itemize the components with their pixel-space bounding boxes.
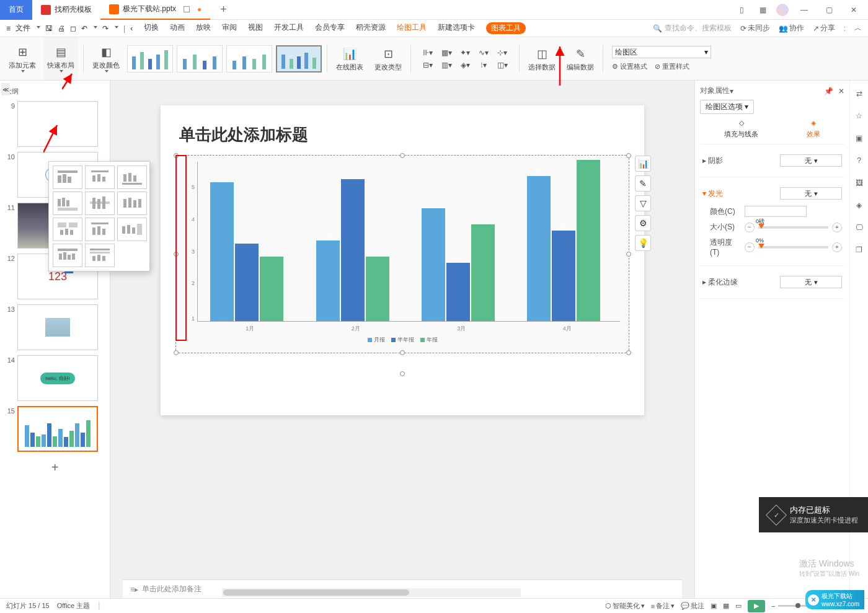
layout-opt-5[interactable] xyxy=(85,192,115,215)
layout-opt-9[interactable] xyxy=(117,218,147,241)
shadow-select[interactable]: 无 ▾ xyxy=(780,154,842,167)
change-type-button[interactable]: ⊡更改类型 xyxy=(374,45,402,72)
play-button[interactable]: ▶ xyxy=(748,600,765,612)
tab-home[interactable]: 首页 xyxy=(0,0,32,20)
menu-prev-icon[interactable]: ‹ xyxy=(130,24,133,33)
file-menu[interactable]: 文件 xyxy=(16,23,30,33)
menu-resources[interactable]: 稻壳资源 xyxy=(356,22,386,34)
side-layers-icon[interactable]: ▣ xyxy=(852,131,866,145)
prop-soft-row[interactable]: ▸ 柔化边缘 无 ▾ xyxy=(700,272,844,292)
sync-status[interactable]: ⟳未同步 xyxy=(740,23,770,33)
status-view-normal[interactable]: ▣ xyxy=(711,602,717,610)
share-button[interactable]: ↗分享 xyxy=(813,23,835,33)
notes-collapse-icon[interactable]: ≡▸ xyxy=(130,585,138,594)
status-beautify[interactable]: ⬡ 智能美化 ▾ xyxy=(605,601,645,611)
menu-review[interactable]: 审阅 xyxy=(222,22,237,34)
tab-template[interactable]: 找稻壳模板 xyxy=(32,0,100,20)
glow-select[interactable]: 无 ▾ xyxy=(780,187,842,200)
zoom-out[interactable]: − xyxy=(771,602,775,610)
title-placeholder[interactable]: 单击此处添加标题 xyxy=(179,124,308,146)
menu-draw-tools[interactable]: 绘图工具 xyxy=(397,22,427,34)
coop-button[interactable]: 👥协作 xyxy=(779,23,804,33)
menu-view[interactable]: 视图 xyxy=(248,22,263,34)
prop-area-dropdown[interactable]: 绘图区选项 ▾ xyxy=(700,100,754,114)
menu-animation[interactable]: 动画 xyxy=(170,22,185,34)
prop-close-icon[interactable]: ✕ xyxy=(838,87,844,95)
slide-thumb-9[interactable]: 9 xyxy=(0,99,110,149)
panel-collapse-button[interactable]: ≪ xyxy=(1,83,10,95)
side-help-icon[interactable]: ? xyxy=(852,154,866,167)
layout-opt-6[interactable] xyxy=(117,192,147,215)
prop-pin-icon[interactable]: 📌 xyxy=(824,87,833,95)
side-image-icon[interactable]: 🖼 xyxy=(852,176,866,190)
change-color-button[interactable]: ◧更改颜色 xyxy=(92,43,120,74)
menu-new-tab[interactable]: 新建选项卡 xyxy=(438,22,475,34)
prop-tab-effect[interactable]: ◈效果 xyxy=(807,119,820,139)
new-tab-button[interactable]: + xyxy=(210,3,237,16)
label-opt-icon[interactable]: ✦▾ xyxy=(457,47,473,58)
reset-style-button[interactable]: ⊘ 重置样式 xyxy=(655,62,689,71)
set-format-button[interactable]: ⚙ 设置格式 xyxy=(612,62,647,71)
layout-opt-7[interactable] xyxy=(53,218,82,241)
window-minimize[interactable]: — xyxy=(795,1,813,19)
chart-idea-icon[interactable]: 💡 xyxy=(635,235,651,251)
opacity-minus[interactable]: − xyxy=(745,242,755,252)
prop-shadow-row[interactable]: ▸ 阴影 无 ▾ xyxy=(700,151,844,170)
error-opt-icon[interactable]: ⊹▾ xyxy=(494,47,510,58)
title-opt-icon[interactable]: ◈▾ xyxy=(457,60,473,71)
layout-opt-1[interactable] xyxy=(53,165,82,189)
side-cube-icon[interactable]: ❐ xyxy=(852,243,866,257)
slide-thumb-13[interactable]: 13 xyxy=(0,302,110,353)
add-element-button[interactable]: ⊞添加元素 xyxy=(9,43,36,74)
status-comments[interactable]: 💬 批注 xyxy=(681,601,704,611)
memory-toast[interactable]: ✓ 内存已超标 深度加速关闭卡慢进程 xyxy=(759,497,868,532)
layout-opt-3[interactable] xyxy=(117,165,147,189)
tab-current-file[interactable]: 极光下载站.pptx ● xyxy=(100,0,210,20)
command-search[interactable]: 🔍 查找命令、搜索模板 xyxy=(653,23,732,33)
table-opt-icon[interactable]: ▥▾ xyxy=(438,60,454,71)
chart-object[interactable]: 1 2 3 4 5 4.32.422.54.423.51.834.52.85 1… xyxy=(175,155,629,353)
chart-style-1[interactable] xyxy=(127,45,173,73)
slide-canvas[interactable]: 单击此处添加标题 1 2 3 4 5 4.32.422.54. xyxy=(161,105,644,415)
legend-opt-icon[interactable]: ⁝▾ xyxy=(476,60,492,71)
outline-tab[interactable]: 大纲 xyxy=(0,84,110,99)
add-slide-button[interactable]: + xyxy=(0,454,110,481)
chart-settings-icon[interactable]: ⚙ xyxy=(635,215,651,231)
horizontal-scrollbar[interactable] xyxy=(222,588,521,597)
updown-opt-icon[interactable]: ◫▾ xyxy=(494,60,510,71)
menu-slideshow[interactable]: 放映 xyxy=(196,22,211,34)
redo-icon[interactable]: ↷ xyxy=(102,24,108,33)
opacity-slider[interactable]: 0% xyxy=(758,246,828,249)
chart-brush-icon[interactable]: ✎ xyxy=(635,175,651,192)
layout-1-icon[interactable]: ▯ xyxy=(734,2,749,17)
grid-opt-icon[interactable]: ▦▾ xyxy=(438,47,454,58)
layout-opt-11[interactable] xyxy=(85,244,115,267)
slide-thumb-14[interactable]: 14hello, 你好! xyxy=(0,353,110,404)
layout-opt-10[interactable] xyxy=(53,244,82,267)
chart-stats-icon[interactable]: 📊 xyxy=(635,156,651,172)
line-opt-icon[interactable]: ∿▾ xyxy=(476,47,492,58)
prop-glow-row[interactable]: ▾ 发光 无 ▾ xyxy=(700,183,844,203)
opacity-plus[interactable]: + xyxy=(832,242,842,252)
menu-devtools[interactable]: 开发工具 xyxy=(274,22,304,34)
window-maximize[interactable]: ▢ xyxy=(820,1,838,19)
slide-thumb-15-selected[interactable]: 15 xyxy=(0,404,110,454)
layout-opt-4[interactable] xyxy=(53,192,82,215)
menu-chart-tools[interactable]: 图表工具 xyxy=(486,22,526,34)
layout-opt-2[interactable] xyxy=(85,165,115,189)
chart-filter-icon[interactable]: ▽ xyxy=(635,195,651,211)
size-plus[interactable]: + xyxy=(832,223,842,232)
side-star-icon[interactable]: ☆ xyxy=(852,109,866,123)
save-icon[interactable]: 🖫 xyxy=(45,24,53,33)
tab-maximize-icon[interactable] xyxy=(184,6,190,12)
layout-opt-8[interactable] xyxy=(85,218,115,241)
status-view-grid[interactable]: ▦ xyxy=(723,602,729,610)
chart-style-3[interactable] xyxy=(226,45,272,73)
prop-tab-fill[interactable]: ◇填充与线条 xyxy=(724,119,758,139)
user-avatar[interactable] xyxy=(776,4,789,16)
status-view-read[interactable]: ▭ xyxy=(735,602,742,610)
menu-transition[interactable]: 切换 xyxy=(144,22,159,34)
online-chart-button[interactable]: 📊在线图表 xyxy=(336,45,363,72)
print-icon[interactable]: 🖨 xyxy=(58,24,65,33)
size-minus[interactable]: − xyxy=(745,223,755,232)
